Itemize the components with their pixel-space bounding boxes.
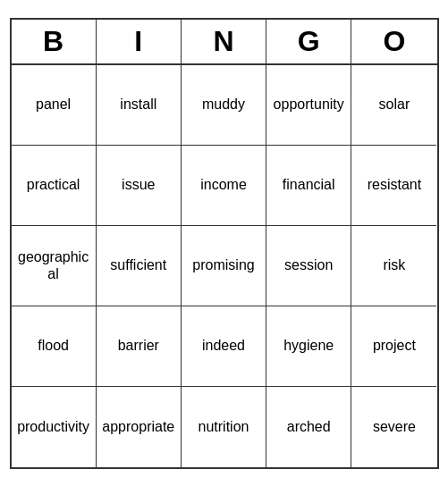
bingo-cell: opportunity — [266, 65, 351, 146]
bingo-cell: risk — [351, 226, 436, 306]
bingo-cell: issue — [97, 146, 182, 226]
cell-text: install — [120, 96, 156, 113]
bingo-card: BINGO panelinstallmuddyopportunitysolarp… — [10, 18, 439, 469]
header-letter: I — [97, 20, 182, 63]
cell-text: resistant — [368, 176, 421, 193]
cell-text: income — [200, 176, 247, 193]
bingo-cell: flood — [12, 306, 97, 387]
header-letter: B — [12, 20, 97, 63]
bingo-cell: panel — [12, 65, 97, 146]
cell-text: panel — [36, 96, 71, 113]
bingo-cell: practical — [12, 146, 97, 226]
cell-text: risk — [383, 256, 405, 273]
bingo-cell: session — [266, 226, 351, 306]
cell-text: issue — [122, 176, 155, 193]
cell-text: appropriate — [102, 418, 174, 435]
bingo-cell: nutrition — [182, 387, 266, 467]
bingo-grid: panelinstallmuddyopportunitysolarpractic… — [12, 65, 437, 467]
bingo-cell: hygiene — [266, 306, 351, 387]
bingo-cell: resistant — [351, 146, 436, 226]
cell-text: sufficient — [110, 256, 166, 273]
cell-text: muddy — [202, 96, 245, 113]
cell-text: arched — [287, 418, 331, 435]
cell-text: barrier — [118, 337, 159, 354]
cell-text: solar — [379, 96, 410, 113]
cell-text: financial — [283, 176, 335, 193]
cell-text: severe — [373, 418, 416, 435]
bingo-cell: barrier — [97, 306, 182, 387]
bingo-cell: appropriate — [97, 387, 182, 467]
bingo-cell: productivity — [12, 387, 97, 467]
bingo-cell: geographical — [12, 226, 97, 306]
bingo-cell: financial — [266, 146, 351, 226]
cell-text: hygiene — [283, 337, 334, 354]
header-letter: N — [182, 20, 266, 63]
bingo-cell: promising — [182, 226, 266, 306]
cell-text: promising — [192, 256, 254, 273]
cell-text: project — [373, 337, 416, 354]
cell-text: opportunity — [274, 96, 344, 113]
cell-text: flood — [38, 337, 69, 354]
cell-text: practical — [27, 176, 80, 193]
cell-text: geographical — [15, 248, 92, 282]
cell-text: nutrition — [199, 418, 249, 435]
bingo-cell: sufficient — [97, 226, 182, 306]
bingo-cell: project — [351, 306, 436, 387]
cell-text: session — [284, 256, 333, 273]
header-letter: G — [266, 20, 351, 63]
cell-text: indeed — [202, 337, 245, 354]
bingo-cell: income — [182, 146, 266, 226]
bingo-cell: arched — [266, 387, 351, 467]
bingo-cell: severe — [351, 387, 436, 467]
cell-text: productivity — [17, 418, 89, 435]
header-letter: O — [351, 20, 436, 63]
bingo-cell: install — [97, 65, 182, 146]
bingo-cell: solar — [351, 65, 436, 146]
bingo-cell: indeed — [182, 306, 266, 387]
bingo-header: BINGO — [12, 20, 437, 65]
bingo-cell: muddy — [182, 65, 266, 146]
